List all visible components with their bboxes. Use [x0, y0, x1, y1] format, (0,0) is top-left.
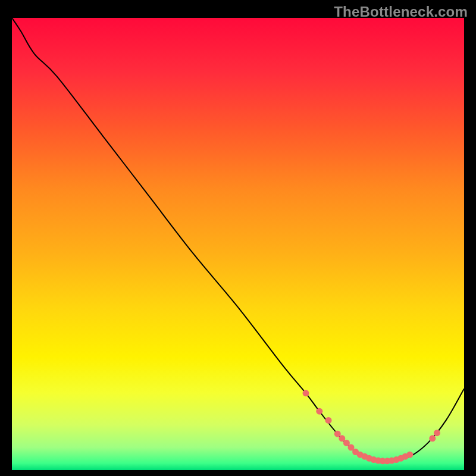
highlight-dot — [434, 430, 440, 436]
highlight-dot — [429, 435, 436, 441]
chart-canvas — [0, 0, 476, 476]
highlight-dot — [406, 452, 413, 458]
highlight-dot — [325, 417, 332, 424]
highlight-dot — [303, 390, 309, 396]
chart-background — [12, 18, 464, 470]
highlight-dot — [316, 408, 322, 415]
watermark-label: TheBottleneck.com — [334, 4, 468, 20]
